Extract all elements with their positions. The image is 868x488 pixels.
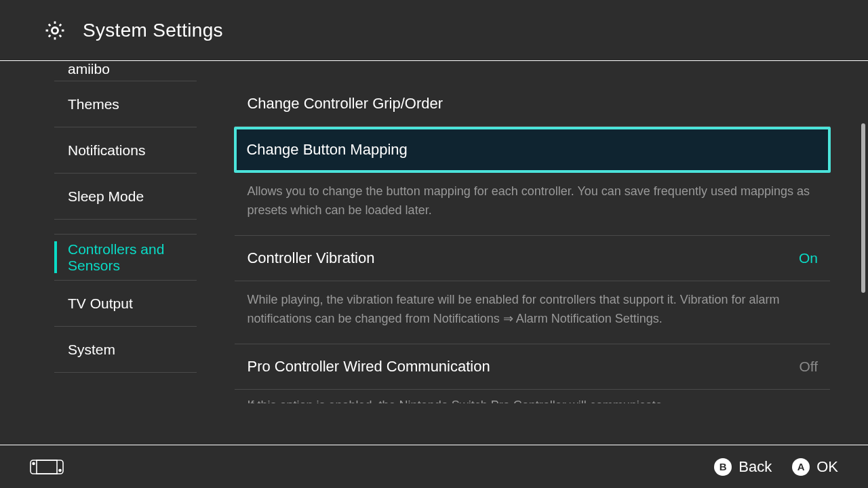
row-desc-change-button-mapping: Allows you to change the button mapping … [235, 173, 830, 236]
hint-back[interactable]: B Back [714, 458, 772, 476]
row-label: Change Button Mapping [246, 141, 407, 159]
row-desc-pro-controller-wired: If this option is enabled, the Nintendo … [235, 390, 830, 403]
sidebar-item-controllers-sensors[interactable]: Controllers and Sensors [54, 235, 197, 281]
gear-icon [43, 19, 66, 42]
sidebar-item-label: System [68, 342, 115, 358]
sidebar-item-label: Notifications [68, 142, 145, 159]
row-value: On [799, 250, 818, 266]
sidebar-item-notifications[interactable]: Notifications [54, 127, 197, 174]
sidebar: amiibo Themes Notifications Sleep Mode C… [0, 61, 197, 445]
sidebar-item-amiibo[interactable]: amiibo [54, 61, 197, 81]
row-pro-controller-wired[interactable]: Pro Controller Wired Communication Off [235, 344, 830, 390]
sidebar-item-system[interactable]: System [54, 327, 197, 373]
content-panel: Change Controller Grip/Order Change Butt… [197, 61, 868, 445]
sidebar-item-label: Themes [68, 96, 119, 113]
header: System Settings [0, 0, 868, 61]
svg-point-4 [59, 469, 61, 471]
console-icon [30, 460, 64, 474]
row-desc-controller-vibration: While playing, the vibration feature wil… [235, 281, 830, 344]
sidebar-item-sleep-mode[interactable]: Sleep Mode [54, 174, 197, 220]
sidebar-divider [54, 220, 197, 235]
row-controller-vibration[interactable]: Controller Vibration On [235, 236, 830, 281]
row-label: Pro Controller Wired Communication [247, 358, 490, 375]
row-label: Change Controller Grip/Order [247, 95, 443, 113]
hint-ok[interactable]: A OK [792, 458, 838, 476]
hint-label: Back [738, 458, 772, 476]
sidebar-item-label: amiibo [68, 61, 110, 77]
b-button-icon: B [714, 458, 732, 476]
page-title: System Settings [83, 20, 223, 41]
row-change-grip-order[interactable]: Change Controller Grip/Order [235, 81, 830, 127]
footer: B Back A OK [0, 445, 868, 488]
svg-point-0 [52, 27, 58, 33]
a-button-icon: A [792, 458, 810, 476]
svg-rect-1 [31, 460, 63, 474]
svg-rect-2 [37, 460, 57, 474]
sidebar-item-label: Sleep Mode [68, 188, 144, 205]
sidebar-item-themes[interactable]: Themes [54, 81, 197, 127]
row-value: Off [799, 359, 818, 375]
sidebar-item-label: TV Output [68, 296, 133, 312]
scrollbar-thumb[interactable] [861, 123, 865, 293]
sidebar-item-tv-output[interactable]: TV Output [54, 281, 197, 327]
sidebar-item-label: Controllers and Sensors [68, 241, 197, 274]
main: amiibo Themes Notifications Sleep Mode C… [0, 61, 868, 445]
row-change-button-mapping[interactable]: Change Button Mapping [234, 127, 831, 173]
hint-label: OK [816, 458, 838, 476]
svg-point-3 [33, 462, 35, 464]
row-label: Controller Vibration [247, 249, 374, 267]
